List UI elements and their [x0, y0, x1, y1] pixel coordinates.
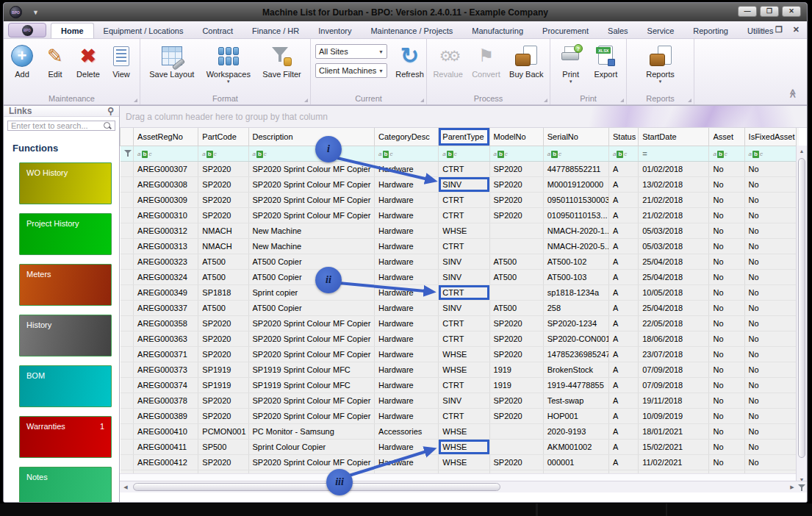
- cell-parenttype[interactable]: SINV: [439, 393, 489, 408]
- cell-parenttype[interactable]: WHSE: [439, 454, 489, 470]
- cell-isfixedasset[interactable]: No: [744, 331, 796, 346]
- cell-asset[interactable]: No: [709, 439, 744, 454]
- cell-status[interactable]: A: [609, 423, 639, 439]
- cell-partcode[interactable]: SP1919: [198, 377, 248, 393]
- cell-asset[interactable]: No: [709, 315, 744, 331]
- filter-cell-partcode[interactable]: abc: [198, 146, 248, 161]
- row-indicator[interactable]: [121, 377, 134, 393]
- column-header-serialno[interactable]: SerialNo: [543, 128, 608, 146]
- maximize-button[interactable]: ❐: [760, 6, 779, 17]
- cell-startdate[interactable]: 05/03/2018: [639, 223, 709, 238]
- cell-description[interactable]: AT500 Copier: [248, 254, 375, 269]
- sites-dropdown[interactable]: All Sites ▼: [315, 44, 387, 59]
- cell-partcode[interactable]: PCMON001: [198, 423, 248, 439]
- cell-partcode[interactable]: SP2020: [198, 454, 248, 470]
- cell-asset[interactable]: No: [709, 423, 744, 439]
- mdi-minimize-button[interactable]: –: [761, 25, 765, 35]
- cell-description[interactable]: SP2020 Sprint Colour MF Copier: [248, 176, 375, 192]
- cell-status[interactable]: A: [609, 176, 639, 192]
- cell-status[interactable]: A: [609, 331, 639, 346]
- cell-parenttype[interactable]: WHSE: [439, 439, 489, 454]
- collapse-ribbon-icon[interactable]: ≪: [788, 89, 799, 98]
- cell-description[interactable]: Sprint Colour Copier: [248, 439, 375, 454]
- cell-assetregno[interactable]: AREG000412: [134, 454, 198, 470]
- cell-status[interactable]: A: [609, 408, 639, 423]
- cell-partcode[interactable]: SP2020: [198, 315, 248, 331]
- cell-parenttype[interactable]: CTRT: [439, 284, 489, 300]
- export-button[interactable]: XLSX Export: [591, 43, 620, 80]
- cell-partcode[interactable]: SP2020: [198, 192, 248, 207]
- cell-categorydesc[interactable]: Hardware: [375, 331, 439, 346]
- cell-parenttype[interactable]: WHSE: [439, 346, 489, 362]
- cell-status[interactable]: A: [609, 223, 639, 238]
- cell-modelno[interactable]: [489, 284, 543, 300]
- dialog-launcher-icon[interactable]: [420, 98, 424, 102]
- cell-assetregno[interactable]: AREG000373: [134, 362, 198, 377]
- column-header-isfixedasset[interactable]: IsFixedAsset: [744, 128, 796, 146]
- scroll-up-icon[interactable]: ▲: [797, 146, 807, 157]
- cell-status[interactable]: A: [609, 207, 639, 223]
- cell-parenttype[interactable]: WHSE: [439, 223, 489, 238]
- minimize-button[interactable]: —: [738, 6, 757, 17]
- cell-parenttype[interactable]: WHSE: [439, 362, 489, 377]
- cell-modelno[interactable]: AT500: [489, 269, 543, 284]
- filter-cell-parenttype[interactable]: abc: [439, 146, 489, 161]
- cell-serialno[interactable]: AT500-103: [543, 269, 608, 284]
- cell-assetregno[interactable]: AREG000349: [134, 284, 198, 300]
- cell-startdate[interactable]: 01/02/2018: [639, 161, 709, 176]
- cell-parenttype[interactable]: SINV: [439, 176, 489, 192]
- cell-modelno[interactable]: SP2020: [489, 161, 543, 176]
- filter-cell-modelno[interactable]: abc: [489, 146, 543, 161]
- filter-cell-isfixedasset[interactable]: abc: [744, 146, 796, 161]
- cell-startdate[interactable]: 18/01/2021: [639, 423, 709, 439]
- cell-modelno[interactable]: SP2020: [489, 192, 543, 207]
- cell-serialno[interactable]: NMACH-2020-1...: [543, 223, 608, 238]
- cell-status[interactable]: A: [609, 439, 639, 454]
- cell-description[interactable]: AT500 Copier: [248, 300, 375, 315]
- cell-serialno[interactable]: NMACH-2020-5...: [543, 238, 608, 254]
- cell-status[interactable]: A: [609, 254, 639, 269]
- mdi-close-button[interactable]: ✕: [793, 25, 800, 35]
- cell-isfixedasset[interactable]: No: [744, 377, 796, 393]
- tab-sales[interactable]: Sales: [598, 24, 638, 38]
- column-header-description[interactable]: Description: [248, 128, 375, 146]
- cell-isfixedasset[interactable]: No: [744, 176, 796, 192]
- row-indicator[interactable]: [121, 223, 134, 238]
- cell-parenttype[interactable]: CTRT: [439, 238, 489, 254]
- cell-categorydesc[interactable]: Hardware: [375, 223, 439, 238]
- cell-serialno[interactable]: 2020-9193: [543, 423, 608, 439]
- edit-button[interactable]: ✎ Edit: [40, 43, 70, 80]
- close-button[interactable]: ✕: [782, 6, 801, 17]
- cell-partcode[interactable]: NMACH: [198, 223, 248, 238]
- function-button-warranties[interactable]: Warranties1: [19, 416, 112, 458]
- cell-startdate[interactable]: 19/11/2018: [639, 393, 709, 408]
- column-header-w[interactable]: W: [796, 128, 799, 146]
- cell-assetregno[interactable]: AREG000307: [134, 161, 198, 176]
- cell-isfixedasset[interactable]: No: [744, 423, 796, 439]
- cell-categorydesc[interactable]: Hardware: [375, 315, 439, 331]
- cell-partcode[interactable]: AT500: [198, 269, 248, 284]
- cell-description[interactable]: SP2020 Sprint Colour MF Copier: [248, 207, 375, 223]
- cell-startdate[interactable]: 22/05/2018: [639, 315, 709, 331]
- row-indicator[interactable]: [121, 176, 134, 192]
- cell-assetregno[interactable]: AREG000410: [134, 423, 198, 439]
- cell-serialno[interactable]: 447788552211: [543, 161, 608, 176]
- cell-isfixedasset[interactable]: No: [744, 362, 796, 377]
- cell-isfixedasset[interactable]: No: [744, 315, 796, 331]
- cell-asset[interactable]: No: [709, 454, 744, 470]
- save-filter-button[interactable]: Save Filter: [259, 43, 304, 80]
- cell-serialno[interactable]: M00019120000: [543, 176, 608, 192]
- vertical-scrollbar[interactable]: ▲ ▼: [796, 146, 807, 485]
- scroll-right-icon[interactable]: ▶: [786, 484, 798, 490]
- cell-partcode[interactable]: SP2020: [198, 393, 248, 408]
- cell-serialno[interactable]: Test-swap: [543, 393, 608, 408]
- horizontal-scrollbar[interactable]: ◀ ▶: [120, 481, 807, 492]
- filter-cell-description[interactable]: abc: [248, 146, 375, 161]
- add-button[interactable]: + Add: [7, 43, 37, 80]
- cell-assetregno[interactable]: AREG000371: [134, 346, 198, 362]
- cell-categorydesc[interactable]: Hardware: [375, 254, 439, 269]
- cell-categorydesc[interactable]: Hardware: [375, 284, 439, 300]
- cell-description[interactable]: PC Monitor - Samsung: [248, 423, 375, 439]
- cell-categorydesc[interactable]: Hardware: [375, 161, 439, 176]
- pin-icon[interactable]: ⚲: [107, 106, 114, 116]
